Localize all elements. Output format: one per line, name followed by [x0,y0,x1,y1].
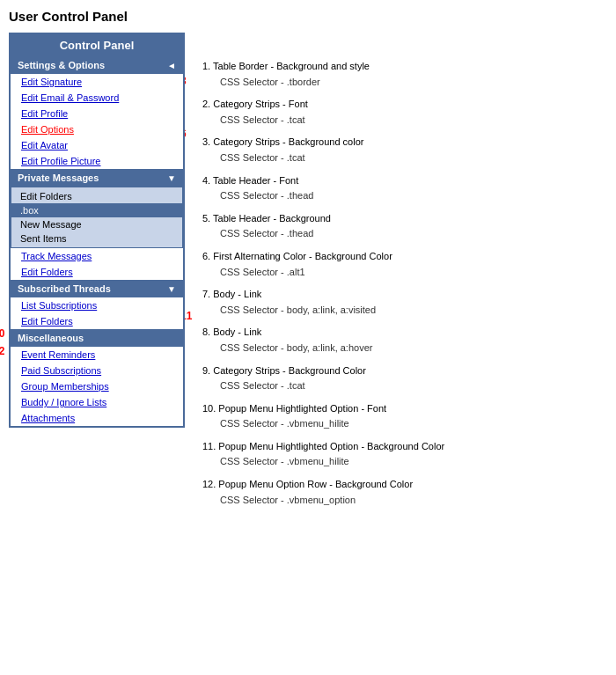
edit-profile-picture-link[interactable]: Edit Profile Picture [11,153,183,169]
ann-label-10: 10 [0,327,4,340]
left-panel-container: 1 2 3 4 5 6 7 8 9 10 11 12 Control Panel… [9,33,185,515]
annotation-7: 7. Body - Link CSS Selector - body, a:li… [202,287,607,318]
control-panel-header: Control Panel [11,34,183,56]
track-messages-link[interactable]: Track Messages [11,248,183,264]
ann-6-line1: 6. First Alternating Color - Background … [202,249,607,265]
paid-subscriptions-link[interactable]: Paid Subscriptions [11,363,183,378]
private-messages-header[interactable]: Private Messages ▼ [11,169,183,187]
ann-2-line2: CSS Selector - .tcat [202,113,607,128]
ann-11-line1: 11. Popup Menu Hightlighted Option - Bac… [202,439,607,455]
ann-7-line1: 7. Body - Link [202,287,607,303]
event-reminders-link[interactable]: Event Reminders [11,347,183,363]
main-layout: 1 2 3 4 5 6 7 8 9 10 11 12 Control Panel… [9,33,607,515]
ann-10-line2: CSS Selector - .vbmenu_hilite [202,416,607,432]
private-messages-dropdown: Edit Folders .box New Message Sent Items [11,187,183,248]
settings-options-label: Settings & Options [18,60,105,70]
dropdown-sent-items[interactable]: Sent Items [11,231,182,246]
ann-1-line1: 1. Table Border - Background and style [202,59,607,75]
ann-9-line1: 9. Category Strips - Background Color [202,363,607,379]
ann-12-line1: 12. Popup Menu Option Row - Background C… [202,477,607,493]
private-messages-arrow: ▼ [167,173,176,183]
ann-label-12: 12 [0,345,4,357]
annotation-11: 11. Popup Menu Hightlighted Option - Bac… [202,439,607,470]
annotation-12: 12. Popup Menu Option Row - Background C… [202,477,607,508]
settings-options-header[interactable]: Settings & Options ◄ [11,56,183,74]
annotation-2: 2. Category Strips - Font CSS Selector -… [202,97,607,128]
private-messages-label: Private Messages [18,172,99,183]
ann-5-line2: CSS Selector - .thead [202,226,607,242]
miscellaneous-label: Miscellaneous [18,333,84,343]
ann-8-line2: CSS Selector - body, a:link, a:hover [202,341,607,356]
ann-3-line1: 3. Category Strips - Background color [202,135,607,150]
subscribed-edit-folders-link[interactable]: Edit Folders [11,313,183,329]
annotation-4: 4. Table Header - Font CSS Selector - .t… [202,173,607,204]
annotation-1: 1. Table Border - Background and style C… [202,59,607,90]
group-memberships-link[interactable]: Group Memberships [11,378,183,394]
edit-options-link[interactable]: Edit Options [11,121,183,137]
buddy-ignore-lists-link[interactable]: Buddy / Ignore Lists [11,394,183,410]
ann-6-line2: CSS Selector - .alt1 [202,265,607,281]
ann-3-line2: CSS Selector - .tcat [202,150,607,166]
ann-1-line2: CSS Selector - .tborder [202,75,607,91]
annotation-6: 6. First Alternating Color - Background … [202,249,607,280]
ann-2-line1: 2. Category Strips - Font [202,97,607,113]
edit-folders-link[interactable]: Edit Folders [11,264,183,280]
edit-signature-link[interactable]: Edit Signature [11,74,183,90]
left-panel: Control Panel Settings & Options ◄ Edit … [9,33,185,428]
annotation-5: 5. Table Header - Background CSS Selecto… [202,211,607,242]
ann-10-line1: 10. Popup Menu Hightlighted Option - Fon… [202,401,607,417]
subscribed-threads-arrow: ▼ [167,284,176,294]
dropdown-box[interactable]: .box [11,203,182,217]
annotation-3: 3. Category Strips - Background color CS… [202,135,607,165]
ann-9-line2: CSS Selector - .tcat [202,378,607,394]
ann-11-line2: CSS Selector - .vbmenu_hilite [202,454,607,470]
ann-8-line1: 8. Body - Link [202,325,607,341]
edit-profile-link[interactable]: Edit Profile [11,106,183,121]
attachments-link[interactable]: Attachments [11,410,183,426]
ann-4-line1: 4. Table Header - Font [202,173,607,189]
edit-email-password-link[interactable]: Edit Email & Password [11,90,183,106]
annotation-8: 8. Body - Link CSS Selector - body, a:li… [202,325,607,356]
ann-12-line2: CSS Selector - .vbmenu_option [202,493,607,509]
right-panel: 1. Table Border - Background and style C… [202,33,607,515]
miscellaneous-header: Miscellaneous [11,329,183,347]
ann-5-line1: 5. Table Header - Background [202,211,607,227]
settings-options-arrow: ◄ [167,61,176,70]
subscribed-threads-label: Subscribed Threads [18,283,111,294]
ann-4-line2: CSS Selector - .thead [202,188,607,204]
page-title: User Control Panel [9,9,607,24]
dropdown-new-message[interactable]: New Message [11,217,182,231]
subscribed-threads-header[interactable]: Subscribed Threads ▼ [11,280,183,297]
edit-avatar-link[interactable]: Edit Avatar [11,137,183,153]
annotation-9: 9. Category Strips - Background Color CS… [202,363,607,394]
annotation-10: 10. Popup Menu Hightlighted Option - Fon… [202,401,607,432]
ann-7-line2: CSS Selector - body, a:link, a:visited [202,303,607,319]
list-subscriptions-link[interactable]: List Subscriptions [11,297,183,313]
dropdown-edit-folders[interactable]: Edit Folders [11,189,182,203]
